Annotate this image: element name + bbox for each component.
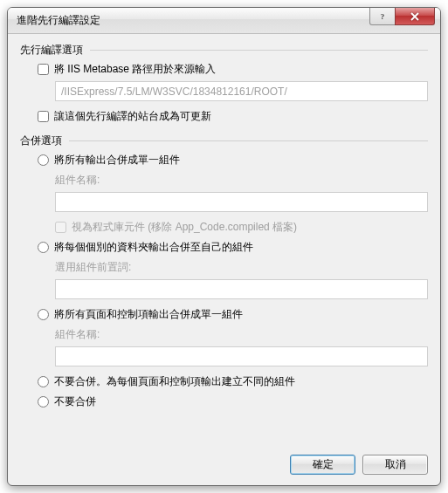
input-single-assembly[interactable]: [55, 192, 428, 212]
row-folder-prefix-label: 選用組件前置詞:: [20, 257, 428, 277]
input-metabase-path[interactable]: [55, 81, 428, 101]
help-button[interactable]: ?: [369, 8, 396, 25]
dialog-buttons: 確定 取消: [290, 455, 428, 475]
label-opt-single: 將所有輸出合併成單一組件: [54, 153, 180, 168]
row-opt-none: 不要合併: [20, 392, 428, 412]
radio-opt-single[interactable]: [38, 154, 49, 166]
label-pages-assembly: 組件名稱:: [55, 327, 100, 342]
close-button[interactable]: [395, 8, 435, 25]
input-pages-assembly[interactable]: [55, 346, 428, 366]
row-opt-folder: 將每個個別的資料夾輸出合併至自己的組件: [20, 237, 428, 257]
help-icon: ?: [378, 12, 387, 21]
titlebar: 進階先行編譯設定 ?: [8, 8, 440, 34]
label-use-metabase: 將 IIS Metabase 路徑用於來源輸入: [54, 62, 216, 77]
checkbox-use-metabase[interactable]: [38, 64, 49, 75]
row-pages-assembly-input: [20, 345, 428, 372]
radio-opt-folder[interactable]: [38, 242, 49, 253]
label-opt-none: 不要合併: [54, 394, 96, 409]
label-prefix: 選用組件前置詞:: [55, 260, 131, 275]
row-pages-assembly-label: 組件名稱:: [20, 325, 428, 345]
input-folder-prefix[interactable]: [55, 279, 428, 299]
radio-opt-none-each[interactable]: [38, 376, 49, 387]
row-folder-prefix-input: [20, 277, 428, 305]
group-divider: [69, 140, 428, 141]
dialog-window: 進階先行編譯設定 ? 先行編譯選項 將 IIS Metabase 路徑用於來源輸…: [7, 7, 441, 486]
row-metabase-path: [20, 79, 428, 106]
row-treat-as-lib: 視為程式庫元件 (移除 App_Code.compiled 檔案): [20, 217, 428, 237]
close-icon: [410, 12, 420, 21]
row-single-assembly-input: [20, 190, 428, 217]
group-divider: [90, 50, 428, 51]
checkbox-updatable[interactable]: [38, 111, 49, 122]
ok-button[interactable]: 確定: [290, 455, 355, 475]
title-controls: ?: [369, 8, 435, 25]
radio-opt-pages[interactable]: [38, 309, 49, 320]
row-opt-none-each: 不要合併。為每個頁面和控制項輸出建立不同的組件: [20, 372, 428, 392]
group-title-text: 先行編譯選項: [20, 43, 83, 58]
dialog-content: 先行編譯選項 將 IIS Metabase 路徑用於來源輸入 讓這個先行編譯的站…: [8, 34, 440, 485]
row-opt-pages: 將所有頁面和控制項輸出合併成單一組件: [20, 305, 428, 325]
row-single-assembly-label: 組件名稱:: [20, 170, 428, 190]
group-title-precompile: 先行編譯選項: [20, 43, 428, 59]
label-treat-as-lib: 視為程式庫元件 (移除 App_Code.compiled 檔案): [72, 220, 297, 235]
checkbox-treat-as-lib[interactable]: [55, 222, 66, 233]
group-title-text: 合併選項: [20, 134, 62, 148]
row-use-metabase: 將 IIS Metabase 路徑用於來源輸入: [20, 59, 428, 79]
label-opt-pages: 將所有頁面和控制項輸出合併成單一組件: [54, 307, 243, 322]
group-title-merge: 合併選項: [20, 134, 428, 150]
row-updatable: 讓這個先行編譯的站台成為可更新: [20, 106, 428, 127]
precompile-group: 先行編譯選項 將 IIS Metabase 路徑用於來源輸入 讓這個先行編譯的站…: [20, 43, 428, 127]
merge-group: 合併選項 將所有輸出合併成單一組件 組件名稱: 視為程式庫元件 (移除 App_…: [20, 134, 428, 412]
row-opt-single: 將所有輸出合併成單一組件: [20, 150, 428, 170]
svg-text:?: ?: [381, 12, 385, 21]
label-opt-none-each: 不要合併。為每個頁面和控制項輸出建立不同的組件: [54, 374, 295, 389]
radio-opt-none[interactable]: [38, 396, 49, 407]
window-title: 進階先行編譯設定: [17, 13, 100, 28]
label-updatable: 讓這個先行編譯的站台成為可更新: [54, 109, 211, 124]
label-assembly-name: 組件名稱:: [55, 173, 100, 188]
label-opt-folder: 將每個個別的資料夾輸出合併至自己的組件: [54, 240, 253, 255]
cancel-button[interactable]: 取消: [362, 455, 428, 475]
